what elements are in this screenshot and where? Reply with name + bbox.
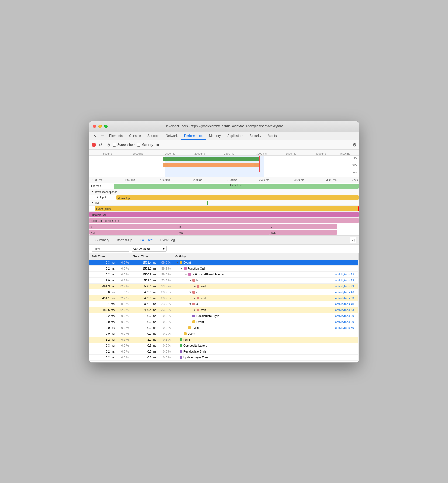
table-row[interactable]: 0.0 ms0.0 %0.0 ms0.0 %Event [89,331,359,337]
more-tabs-button[interactable]: ⋮ [349,133,356,138]
source-link[interactable]: activitytabs:33 [335,308,356,312]
interactions-row: ▼ Interactions :ponse [89,189,359,195]
self-ms: 0.2 ms [98,314,115,318]
tree-toggle[interactable]: ▼ [188,291,192,294]
tree-toggle[interactable]: ▼ [184,273,188,276]
table-row[interactable]: 0.2 ms0.0 %0.2 ms0.0 %Recalculate Style [89,349,359,355]
self-pct: 32.7 % [117,285,129,288]
table-row[interactable]: 0.2 ms0.0 %1501.1 ms99.9 %▼Function Call [89,266,359,272]
tree-toggle[interactable]: ▼ [188,303,192,305]
source-link[interactable]: activitytabs:50 [335,326,356,329]
table-row[interactable]: 0.3 ms0.0 %1501.4 ms99.9 %▼Event [89,260,359,266]
tree-toggle[interactable]: ▶ [192,285,197,288]
wait-a-bar: wait [89,230,178,235]
th-activity: Activity [173,253,359,260]
screenshots-checkbox-label[interactable]: Screenshots [113,143,135,147]
source-link[interactable]: activitytabs:49 [335,273,356,276]
self-ms: 0 ms [98,291,115,294]
activity-color-indicator [180,362,182,362]
button-listener-track: button.addEventListener [89,218,359,223]
tab-event-log[interactable]: Event Log [157,237,179,244]
reload-button[interactable]: ↺ [98,142,104,148]
table-row[interactable]: 1.2 ms0.1 %1.2 ms0.1 %Paint [89,337,359,343]
settings-button[interactable]: ⚙ [353,142,356,147]
memory-checkbox[interactable] [137,143,140,147]
source-link[interactable]: activitytabs:40 [335,302,356,306]
td-total-time: 1501.1 ms99.9 % [131,266,173,271]
total-ms: 0.0 ms [140,332,156,335]
tab-audits[interactable]: Audits [264,132,280,140]
wait-row: wait wait wait [89,229,359,235]
screenshots-checkbox[interactable] [113,143,116,147]
record-button[interactable] [92,143,96,147]
tab-memory[interactable]: Memory [206,132,224,140]
frames-time: 1505.1 ms [230,184,243,187]
tab-application[interactable]: Application [224,132,246,140]
table-row[interactable]: 0.3 ms0.0 %0.3 ms0.0 %Composite Layers [89,343,359,349]
tab-security[interactable]: Security [246,132,264,140]
source-link[interactable]: activitytabs:50 [335,314,356,318]
frames-track: 1505.1 ms [114,183,359,189]
table-row[interactable]: 0.2 ms0.0 %0.2 ms0.0 %Recalculate Stylea… [89,313,359,319]
total-pct: 0.0 % [158,362,171,362]
collapse-panel-button[interactable]: ◁ [350,237,356,243]
self-pct: 0.0 % [117,356,129,359]
tab-bottom-up[interactable]: Bottom-Up [113,237,136,244]
source-link[interactable]: activitytabs:50 [335,320,356,323]
source-link[interactable]: activitytabs:43 [335,279,356,282]
total-ms: 0.0 ms [140,326,156,329]
tab-console[interactable]: Console [126,132,144,140]
tab-sources[interactable]: Sources [144,132,163,140]
source-link[interactable]: activitytabs:33 [335,285,356,288]
td-self-time: 1.0 ms0.1 % [89,278,131,283]
td-total-time: 1500.9 ms99.8 % [131,272,173,277]
tab-call-tree[interactable]: Call Tree [136,237,157,244]
table-row[interactable]: 0.1 ms0.0 %0.1 ms0.0 %Hit Test [89,361,359,362]
grouping-select[interactable]: No Grouping ▼ [132,246,167,252]
toggle-drawer[interactable]: ▭ [99,133,106,139]
maximize-button[interactable] [104,125,108,128]
table-row[interactable]: 0.1 ms0.0 %499.5 ms33.2 %▼aactivitytabs:… [89,301,359,307]
interactions-track [117,189,359,195]
table-row[interactable]: 0 ms0 %499.9 ms33.2 %▼cactivitytabs:46 [89,289,359,295]
td-self-time: 0.0 ms0.0 % [89,325,131,331]
source-link[interactable]: activitytabs:46 [335,291,356,294]
tab-performance[interactable]: Performance [181,132,206,140]
tree-toggle[interactable]: ▼ [188,279,192,282]
tick-2400: 2400 ms [227,178,237,181]
table-row[interactable]: 1.0 ms0.1 %501.1 ms33.3 %▼bactivitytabs:… [89,278,359,284]
table-row[interactable]: 0.2 ms0.0 %0.2 ms0.0 %Update Layer Tree [89,355,359,361]
table-row[interactable]: 0.2 ms0.0 %1500.9 ms99.8 %▼button.addEve… [89,272,359,278]
tree-toggle[interactable]: ▼ [180,267,184,270]
tree-toggle[interactable]: ▶ [192,309,197,311]
self-pct: 0.0 % [117,350,129,353]
cursor-tool[interactable]: ↖ [92,133,99,139]
tree-toggle[interactable]: ▶ [192,297,197,299]
source-link[interactable]: activitytabs:33 [335,296,356,300]
controls-bar: ↺ ⊘ Screenshots Memory 🗑 ⚙ [89,140,359,150]
tab-network[interactable]: Network [163,132,181,140]
wait-track: wait wait wait [89,229,359,235]
total-pct: 33.2 % [158,291,171,294]
activity-color-indicator [197,297,199,299]
close-button[interactable] [93,125,96,128]
memory-checkbox-label[interactable]: Memory [137,143,153,147]
table-row[interactable]: 491.3 ms32.7 %500.1 ms33.3 %▶waitactivit… [89,284,359,289]
total-pct: 0.0 % [158,326,171,329]
total-pct: 0.0 % [158,320,171,323]
table-row[interactable]: 0.0 ms0.0 %0.0 ms0.0 %Eventactivitytabs:… [89,325,359,331]
filter-input[interactable] [92,246,129,252]
table-row[interactable]: 0.0 ms0.0 %0.0 ms0.0 %Eventactivitytabs:… [89,319,359,325]
table-row[interactable]: 489.5 ms32.6 %499.4 ms33.2 %▶waitactivit… [89,307,359,313]
td-total-time: 0.2 ms0.0 % [131,355,173,360]
delete-button[interactable]: 🗑 [155,142,161,148]
self-ms: 0.2 ms [98,273,115,276]
total-ms: 0.2 ms [140,350,156,353]
table-row[interactable]: 491.1 ms32.7 %499.9 ms33.2 %▶waitactivit… [89,295,359,301]
total-ms: 0.0 ms [140,320,156,323]
tab-summary[interactable]: Summary [92,237,113,244]
tab-elements[interactable]: Elements [106,132,126,140]
clear-button[interactable]: ⊘ [105,142,111,148]
minimize-button[interactable] [98,125,102,128]
tree-toggle[interactable]: ▼ [175,261,180,264]
